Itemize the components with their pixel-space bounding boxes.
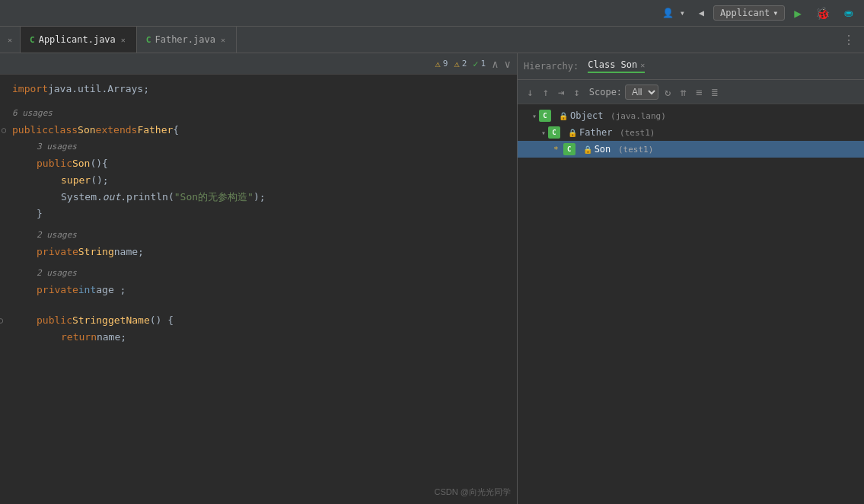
hier-subtypes-btn[interactable]: ↓ bbox=[524, 85, 536, 100]
applicant-label: Applicant bbox=[720, 8, 770, 18]
getname-parens: () { bbox=[150, 312, 174, 329]
son-lock-icon: 🔒 bbox=[583, 145, 592, 154]
error-count: 2 bbox=[462, 59, 467, 69]
hier-expand-btn[interactable]: ⇈ bbox=[677, 85, 690, 100]
object-expand-arrow[interactable]: ▾ bbox=[532, 112, 537, 120]
super-parens: (); bbox=[91, 172, 108, 189]
hier-refresh-btn[interactable]: ↻ bbox=[662, 85, 674, 100]
tab-father-java[interactable]: C Father.java ✕ bbox=[137, 27, 237, 53]
code-line-class-decl: ○ public class Son extends Father { bbox=[0, 122, 517, 139]
applicant-dropdown[interactable]: Applicant ▾ bbox=[713, 5, 785, 21]
son-node-pkg: (test1) bbox=[613, 145, 653, 155]
tree-node-father[interactable]: ▾ C 🔒 Father (test1) bbox=[518, 124, 864, 141]
string-literal: "Son的无参构造" bbox=[174, 189, 253, 206]
code-line-field-name: private String name; bbox=[0, 244, 517, 260]
return-type: String bbox=[72, 312, 108, 329]
constructor-params: (){ bbox=[90, 155, 107, 172]
hier-hide-btn[interactable]: ⇥ bbox=[555, 85, 567, 100]
tree-node-son[interactable]: * C 🔒 Son (test1) bbox=[518, 141, 864, 158]
code-line-import: import java.util.Arrays; bbox=[0, 81, 517, 97]
system-out: System.out.println( bbox=[61, 189, 174, 206]
tab-father-close[interactable]: ✕ bbox=[219, 35, 227, 45]
scope-label: Scope: bbox=[589, 87, 622, 97]
code-content[interactable]: import java.util.Arrays; 6 usages ○ publ… bbox=[0, 75, 517, 352]
hierarchy-label: Hierarchy: bbox=[524, 61, 579, 72]
tab-father-label: Father.java bbox=[155, 34, 215, 45]
object-lock-icon: 🔒 bbox=[559, 112, 568, 120]
error-badge: ⚠ 2 bbox=[454, 59, 467, 69]
kw-public2: public bbox=[37, 155, 72, 172]
hier-sort-btn[interactable]: ↕ bbox=[570, 85, 582, 100]
prev-close-icon[interactable]: ✕ bbox=[6, 35, 14, 45]
class-son-tab-label: Class Son bbox=[588, 59, 637, 70]
nav-down-icon[interactable]: ∨ bbox=[505, 58, 511, 70]
scope-select[interactable]: All bbox=[625, 85, 658, 100]
constructor-name: Son bbox=[72, 155, 90, 172]
field-age-var: age ; bbox=[96, 282, 126, 298]
father-node-name: Father bbox=[579, 127, 612, 138]
code-line-field-age: private int age ; bbox=[0, 282, 517, 298]
import-path: java.util.Arrays; bbox=[48, 81, 149, 97]
main-area: ⚠ 9 ⚠ 2 ✓ 1 ∧ ∨ import java.util.Arrays; bbox=[0, 53, 864, 504]
hier-collapse-btn[interactable]: ≡ bbox=[693, 85, 705, 100]
tab-applicant-close[interactable]: ✕ bbox=[120, 35, 127, 45]
editor-tabs: ✕ C Applicant.java ✕ C Father.java ✕ ⋮ bbox=[0, 27, 864, 53]
tab-applicant-label: Applicant.java bbox=[39, 34, 116, 45]
nav-up-icon[interactable]: ∧ bbox=[492, 58, 498, 70]
warning-icon: ⚠ bbox=[435, 59, 441, 69]
father-lock-icon: 🔒 bbox=[568, 129, 577, 137]
prev-file-tab[interactable]: ✕ bbox=[0, 27, 21, 53]
println-close: ); bbox=[253, 189, 266, 206]
gutter-method-icon[interactable]: ○ bbox=[0, 312, 3, 329]
method-getname: getName bbox=[108, 312, 150, 329]
usages-6: 6 usages bbox=[0, 105, 517, 122]
applicant-java-icon: C bbox=[30, 35, 35, 45]
coverage-button[interactable]: ⛂ bbox=[840, 5, 858, 21]
kw-public3: public bbox=[37, 312, 72, 329]
hierarchy-tab-close[interactable]: ✕ bbox=[640, 61, 645, 69]
chevron-down-icon: ▾ bbox=[773, 8, 778, 18]
hier-supertypes-btn[interactable]: ↑ bbox=[539, 85, 551, 100]
code-line-println: System.out.println( "Son的无参构造" ); bbox=[0, 189, 517, 206]
hierarchy-tabs: Hierarchy: Class Son ✕ bbox=[518, 53, 864, 80]
close-brace-constructor: } bbox=[37, 206, 43, 222]
hierarchy-toolbar: ↓ ↑ ⇥ ↕ Scope: All ↻ ⇈ ≡ ≣ bbox=[518, 80, 864, 104]
kw-private2: private bbox=[37, 282, 78, 298]
father-class-icon: C bbox=[548, 126, 560, 139]
class-son: Son bbox=[78, 122, 95, 139]
gutter-breakpoint[interactable]: ○ bbox=[2, 122, 6, 139]
code-editor[interactable]: ⚠ 9 ⚠ 2 ✓ 1 ∧ ∨ import java.util.Arrays; bbox=[0, 53, 518, 504]
object-node-pkg: (java.lang) bbox=[605, 111, 665, 121]
code-line-return: return name; bbox=[0, 329, 517, 346]
run-button[interactable]: ▶ bbox=[789, 5, 806, 22]
usages-2b: 2 usages bbox=[0, 265, 517, 282]
kw-import: import bbox=[12, 81, 48, 97]
tab-applicant-java[interactable]: C Applicant.java ✕ bbox=[21, 27, 137, 53]
class-father: Father bbox=[137, 122, 173, 139]
user-icon-btn[interactable]: 👤 ▾ bbox=[658, 6, 689, 20]
father-node-pkg: (test1) bbox=[614, 128, 655, 138]
return-var: name; bbox=[97, 329, 126, 346]
error-icon: ⚠ bbox=[454, 59, 459, 69]
top-toolbar: 👤 ▾ ◀ Applicant ▾ ▶ 🐞 ⛂ bbox=[0, 0, 864, 27]
type-string: String bbox=[78, 244, 114, 260]
debug-button[interactable]: 🐞 bbox=[811, 5, 835, 22]
tree-node-object[interactable]: ▾ C 🔒 Object (java.lang) bbox=[518, 107, 864, 124]
kw-return: return bbox=[61, 329, 97, 346]
code-line-getname: ○ public String getName () { bbox=[0, 312, 517, 329]
code-line-close-constructor: } bbox=[0, 206, 517, 222]
hierarchy-class-son-tab[interactable]: Class Son ✕ bbox=[588, 59, 645, 73]
hier-settings-btn[interactable]: ≣ bbox=[708, 85, 720, 100]
super-call: super bbox=[61, 172, 91, 189]
watermark: CSDN @向光光同学 bbox=[435, 486, 511, 498]
father-expand-arrow[interactable]: ▾ bbox=[541, 129, 546, 137]
type-int: int bbox=[78, 282, 96, 298]
hierarchy-panel: Hierarchy: Class Son ✕ ↓ ↑ ⇥ ↕ Scope: Al… bbox=[518, 53, 864, 504]
usages-2a: 2 usages bbox=[0, 227, 517, 244]
kw-public: public bbox=[12, 122, 48, 139]
hierarchy-tree[interactable]: ▾ C 🔒 Object (java.lang) ▾ C 🔒 Father (t… bbox=[518, 104, 864, 504]
tabs-more-menu[interactable]: ⋮ bbox=[834, 33, 864, 47]
object-class-icon: C bbox=[539, 110, 551, 122]
warning-count: 9 bbox=[443, 59, 448, 69]
back-btn[interactable]: ◀ bbox=[694, 6, 709, 20]
